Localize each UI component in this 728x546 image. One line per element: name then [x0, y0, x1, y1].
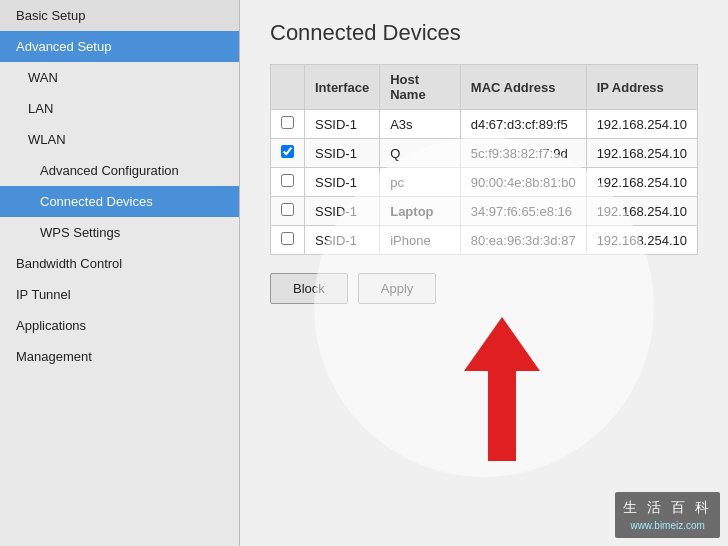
row-hostname: iPhone	[380, 226, 461, 255]
page-title: Connected Devices	[270, 20, 698, 46]
row-checkbox-cell	[271, 197, 305, 226]
sidebar-item-wps-settings[interactable]: WPS Settings	[0, 217, 239, 248]
sidebar-item-basic-setup[interactable]: Basic Setup	[0, 0, 239, 31]
sidebar-item-advanced-setup[interactable]: Advanced Setup	[0, 31, 239, 62]
col-header-checkbox	[271, 65, 305, 110]
row-checkbox[interactable]	[281, 232, 294, 245]
table-row: SSID-1Q5c:f9:38:82:f7:9d192.168.254.10	[271, 139, 698, 168]
row-interface: SSID-1	[305, 139, 380, 168]
row-mac: 34:97:f6:65:e8:16	[460, 197, 586, 226]
annotation-arrow	[464, 317, 540, 461]
col-header-mac: MAC Address	[460, 65, 586, 110]
table-row: SSID-1iPhone80:ea:96:3d:3d:87192.168.254…	[271, 226, 698, 255]
table-row: SSID-1pc90:00:4e:8b:81:b0192.168.254.10	[271, 168, 698, 197]
row-mac: 90:00:4e:8b:81:b0	[460, 168, 586, 197]
sidebar-item-wlan[interactable]: WLAN	[0, 124, 239, 155]
col-header-interface: Interface	[305, 65, 380, 110]
row-ip: 192.168.254.10	[586, 226, 697, 255]
row-mac: 5c:f9:38:82:f7:9d	[460, 139, 586, 168]
action-buttons: Block Apply	[270, 273, 698, 304]
sidebar-item-management[interactable]: Management	[0, 341, 239, 372]
row-ip: 192.168.254.10	[586, 139, 697, 168]
row-ip: 192.168.254.10	[586, 168, 697, 197]
watermark: 生 活 百 科 www.bimeiz.com	[615, 492, 720, 538]
sidebar-item-bandwidth-control[interactable]: Bandwidth Control	[0, 248, 239, 279]
row-checkbox-cell	[271, 139, 305, 168]
row-interface: SSID-1	[305, 197, 380, 226]
row-hostname: pc	[380, 168, 461, 197]
row-checkbox-cell	[271, 110, 305, 139]
arrow-head	[464, 317, 540, 371]
col-header-ip: IP Address	[586, 65, 697, 110]
block-button[interactable]: Block	[270, 273, 348, 304]
row-interface: SSID-1	[305, 168, 380, 197]
row-checkbox[interactable]	[281, 174, 294, 187]
sidebar-item-advanced-configuration[interactable]: Advanced Configuration	[0, 155, 239, 186]
sidebar-item-wan[interactable]: WAN	[0, 62, 239, 93]
watermark-url: www.bimeiz.com	[623, 518, 712, 534]
row-checkbox[interactable]	[281, 203, 294, 216]
row-checkbox-cell	[271, 168, 305, 197]
watermark-zh: 生 活 百 科	[623, 496, 712, 518]
table-row: SSID-1A3sd4:67:d3:cf:89:f5192.168.254.10	[271, 110, 698, 139]
sidebar: Basic Setup Advanced Setup WAN LAN WLAN …	[0, 0, 240, 546]
row-ip: 192.168.254.10	[586, 110, 697, 139]
row-checkbox[interactable]	[281, 116, 294, 129]
row-interface: SSID-1	[305, 226, 380, 255]
row-checkbox[interactable]	[281, 145, 294, 158]
row-hostname: Q	[380, 139, 461, 168]
sidebar-item-lan[interactable]: LAN	[0, 93, 239, 124]
col-header-hostname: Host Name	[380, 65, 461, 110]
sidebar-item-applications[interactable]: Applications	[0, 310, 239, 341]
table-row: SSID-1Laptop34:97:f6:65:e8:16192.168.254…	[271, 197, 698, 226]
row-checkbox-cell	[271, 226, 305, 255]
connected-devices-table: Interface Host Name MAC Address IP Addre…	[270, 64, 698, 255]
row-ip: 192.168.254.10	[586, 197, 697, 226]
row-interface: SSID-1	[305, 110, 380, 139]
row-hostname: A3s	[380, 110, 461, 139]
row-mac: 80:ea:96:3d:3d:87	[460, 226, 586, 255]
sidebar-item-ip-tunnel[interactable]: IP Tunnel	[0, 279, 239, 310]
apply-button[interactable]: Apply	[358, 273, 437, 304]
sidebar-item-connected-devices[interactable]: Connected Devices	[0, 186, 239, 217]
arrow-shaft	[488, 371, 516, 461]
row-mac: d4:67:d3:cf:89:f5	[460, 110, 586, 139]
row-hostname: Laptop	[380, 197, 461, 226]
main-content: Connected Devices Interface Host Name MA…	[240, 0, 728, 546]
